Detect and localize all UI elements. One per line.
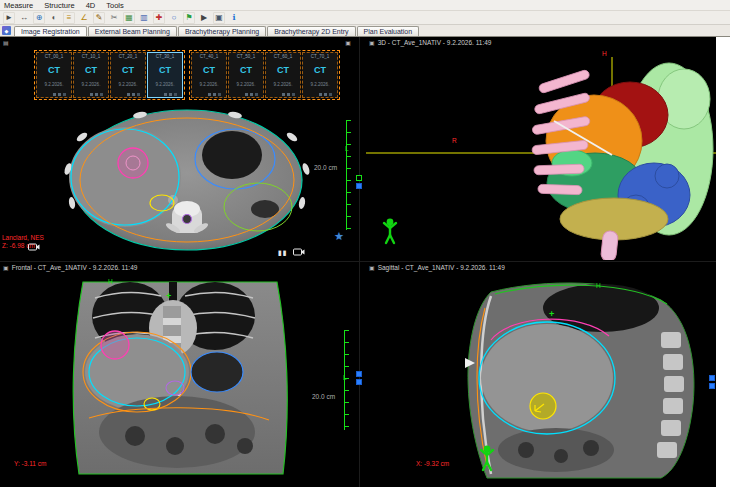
- thumbnail-modality: CT: [122, 65, 134, 75]
- ct-thumbnail[interactable]: CT_70_1 CT 9.2.2026.: [302, 52, 338, 98]
- window-right-margin: [716, 37, 730, 487]
- thumbnail-date: 9.2.2026.: [311, 82, 330, 87]
- ct-thumbnail[interactable]: CT_60_1 CT 9.2.2026.: [265, 52, 301, 98]
- toolbar: ► ↔ ⊕ ◐ ≡ ∠ ✎ ✂ ▦ ▥ ✚ ○ ⚑ ▶ ▣ ℹ: [0, 11, 730, 25]
- snapshot-camera-icon[interactable]: [293, 248, 305, 256]
- flag-icon[interactable]: ⚑: [183, 12, 195, 24]
- viewport-frontal[interactable]: ▣ Frontal - CT_Ave_1NATIV - 9.2.2026. 11…: [0, 262, 354, 487]
- thumbnail-icons: [282, 93, 285, 96]
- zoom-icon[interactable]: ⊕: [33, 12, 45, 24]
- pin-icon[interactable]: ▣: [3, 265, 9, 271]
- menu-structure[interactable]: Structure: [44, 1, 74, 10]
- menu-measure[interactable]: Measure: [4, 1, 33, 10]
- divider-slider-handle[interactable]: [356, 175, 362, 181]
- ct-sagittal-image[interactable]: [451, 274, 716, 484]
- edge-slider-handle[interactable]: [709, 375, 715, 381]
- ct-thumbnail[interactable]: CT_50_1 CT 9.2.2026.: [228, 52, 264, 98]
- thumbnail-modality: CT: [314, 65, 326, 75]
- bookmark-star-icon[interactable]: ★: [334, 231, 344, 242]
- thumbnail-modality: CT: [240, 65, 252, 75]
- tab-brachytherapy-2d-entry[interactable]: Brachytherapy 2D Entry: [267, 26, 355, 36]
- pan-icon[interactable]: ↔: [18, 12, 30, 24]
- thumbnail-icons: [208, 93, 211, 96]
- divider-slider-handle[interactable]: [356, 183, 362, 189]
- viewport-divider-vertical[interactable]: [359, 37, 360, 487]
- orientation-head-label: H: [108, 278, 113, 286]
- pause-icon[interactable]: ▮▮: [278, 249, 288, 256]
- thumbnail-date: 9.2.2026.: [119, 82, 138, 87]
- phase-group-2: CT_40_1 CT 9.2.2026. CT_50_1 CT 9.2.2026…: [189, 50, 340, 100]
- scale-label: 20.0 cm: [312, 393, 335, 401]
- slice-position-overlay: X: -9.32 cm: [416, 460, 449, 468]
- thumbnail-icons: [53, 93, 56, 96]
- liver-region: [69, 127, 181, 227]
- ct-axial-image[interactable]: [30, 97, 320, 257]
- thumbnail-date: 9.2.2026.: [237, 82, 256, 87]
- menu-bar: Measure Structure 4D Tools: [0, 0, 730, 11]
- workspace-icon: ◆: [2, 26, 11, 35]
- viewport-sagittal[interactable]: ▣ Sagittal - CT_Ave_1NATIV - 9.2.2026. 1…: [366, 262, 716, 487]
- thumbnail-series-label: CT_10_1: [82, 54, 101, 59]
- orientation-left-label: L: [345, 145, 349, 153]
- edge-slider-handle[interactable]: [709, 383, 715, 389]
- angle-icon[interactable]: ∠: [78, 12, 90, 24]
- cine-controls: ▮▮: [278, 248, 305, 256]
- orientation-head-label: H: [596, 282, 601, 290]
- phase-group-1: CT_00_1 CT 9.2.2026. CT_10_1 CT 9.2.2026…: [34, 50, 185, 100]
- viewport-transversal[interactable]: ▤ ▣ CT_00_1 CT 9.2.2026. CT_10_1 CT 9.2.…: [0, 37, 354, 260]
- thumbnail-date: 9.2.2026.: [274, 82, 293, 87]
- reference-cross-icon: +: [549, 310, 554, 319]
- ct-coronal-image[interactable]: [55, 276, 305, 481]
- capture-camera-icon[interactable]: [28, 237, 40, 255]
- grid-icon[interactable]: ▤: [3, 40, 9, 46]
- pin-icon[interactable]: ▣: [345, 40, 351, 46]
- crosshair-icon[interactable]: ✚: [153, 12, 165, 24]
- divider-slider-handle[interactable]: [356, 371, 362, 377]
- circle-tool-icon[interactable]: ○: [168, 12, 180, 24]
- ct-thumbnail[interactable]: CT_40_1 CT 9.2.2026.: [191, 52, 227, 98]
- thumbnail-icons: [164, 93, 167, 96]
- ruler-icon[interactable]: ≡: [63, 12, 75, 24]
- tab-image-registration[interactable]: Image Registration: [14, 26, 87, 36]
- movie-icon[interactable]: ▶: [198, 12, 210, 24]
- scissors-icon[interactable]: ✂: [108, 12, 120, 24]
- divider-slider-handle[interactable]: [356, 379, 362, 385]
- ct-phase-filmstrip: CT_00_1 CT 9.2.2026. CT_10_1 CT 9.2.2026…: [34, 50, 340, 100]
- ct-thumbnail[interactable]: CT_20_1 CT 9.2.2026.: [110, 52, 146, 98]
- 3d-title: 3D - CT_Ave_1NATIV - 9.2.2026. 11:49: [378, 39, 492, 46]
- thumbnail-icons: [245, 93, 248, 96]
- ct-thumbnail[interactable]: CT_00_1 CT 9.2.2026.: [36, 52, 72, 98]
- info-icon[interactable]: ℹ: [228, 12, 240, 24]
- ct-thumbnail-selected[interactable]: CT_30_1 CT 9.2.2026.: [147, 52, 183, 98]
- structure-vessel: [600, 230, 618, 260]
- camera-icon[interactable]: ▣: [213, 12, 225, 24]
- tab-brachytherapy-planning[interactable]: Brachytherapy Planning: [178, 26, 266, 36]
- menu-4d[interactable]: 4D: [86, 1, 96, 10]
- thumbnail-series-label: CT_20_1: [119, 54, 138, 59]
- layout-icon[interactable]: ▥: [138, 12, 150, 24]
- ct-thumbnail[interactable]: CT_10_1 CT 9.2.2026.: [73, 52, 109, 98]
- pin-icon[interactable]: ▣: [369, 265, 375, 271]
- tab-plan-evaluation[interactable]: Plan Evaluation: [357, 26, 420, 36]
- contour-gtv: [118, 148, 148, 178]
- thumbnail-icons: [319, 93, 322, 96]
- pointer-icon[interactable]: ►: [3, 12, 15, 24]
- pin-icon[interactable]: ▣: [369, 40, 375, 46]
- transversal-header: ▤ ▣: [0, 37, 354, 48]
- contour-gtv: [101, 331, 129, 359]
- 3d-model-view[interactable]: [366, 49, 716, 260]
- menu-tools[interactable]: Tools: [106, 1, 124, 10]
- grid-icon[interactable]: ▦: [123, 12, 135, 24]
- thumbnail-modality: CT: [277, 65, 289, 75]
- tab-external-beam-planning[interactable]: External Beam Planning: [88, 26, 177, 36]
- viewport-3d[interactable]: ▣ 3D - CT_Ave_1NATIV - 9.2.2026. 11:49: [366, 37, 716, 260]
- thumbnail-date: 9.2.2026.: [45, 82, 64, 87]
- window-level-icon[interactable]: ◐: [48, 12, 60, 24]
- contour-spinal-cord: [183, 215, 192, 224]
- pencil-icon[interactable]: ✎: [93, 12, 105, 24]
- frontal-title: Frontal - CT_Ave_1NATIV - 9.2.2026. 11:4…: [12, 264, 138, 271]
- thumbnail-date: 9.2.2026.: [200, 82, 219, 87]
- patient-orientation-icon: [384, 219, 396, 243]
- thumbnail-date: 9.2.2026.: [156, 82, 175, 87]
- thumbnail-modality: CT: [85, 65, 97, 75]
